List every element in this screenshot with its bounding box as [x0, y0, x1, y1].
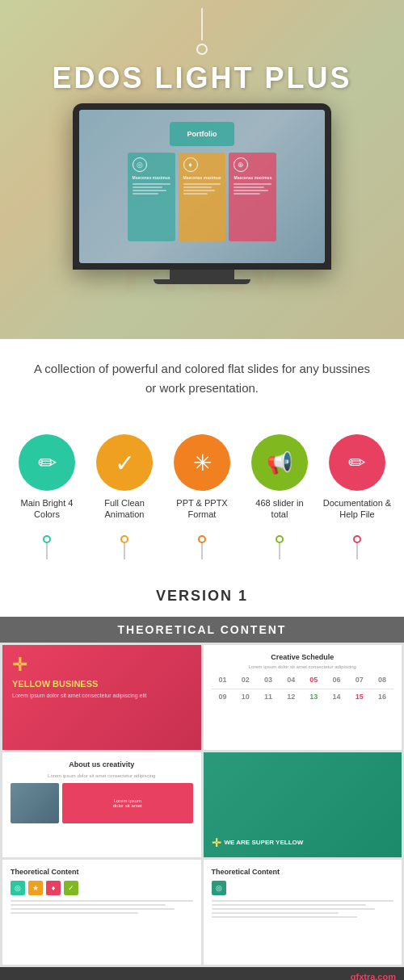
slide5-title: Theoretical Content — [11, 868, 193, 876]
dot-4 — [276, 535, 284, 543]
monitor-stand — [170, 270, 234, 279]
slide4-badge: ✛ WE ARE SUPER YELLOW — [212, 836, 394, 849]
feature-label-4: 468 slider intotal — [255, 497, 303, 521]
feature-item-5: ✏ Documentation &Help File — [321, 434, 393, 521]
timeline-dot-5 — [353, 535, 361, 559]
dot-2 — [120, 535, 128, 543]
hero-line — [201, 8, 203, 40]
slide3-box: Lorem ipsumdolor sit amet — [62, 783, 193, 823]
slide2-subtitle: Lorem ipsum dolor sit amet consectetur a… — [212, 664, 394, 669]
pcard-text-1: Maecenas maximus — [133, 175, 170, 180]
pcard-text-3: Maecenas maximus — [234, 175, 271, 180]
feature-item-4: 📢 468 slider intotal — [243, 434, 316, 521]
slide-theoretical-2: Theoretical Content ◎ — [204, 860, 402, 965]
monitor-mockup: Portfolio ◎ Maecenas maximus — [73, 103, 331, 284]
pcard-icon-3: ⊕ — [234, 157, 248, 172]
hero-circle-decoration — [196, 44, 208, 55]
dot-line-4 — [279, 543, 280, 559]
slide5-icons: ◎ ★ ♦ ✓ — [11, 881, 193, 895]
pcard-2: ♦ Maecenas maximus — [179, 153, 226, 241]
pcard-lines-1 — [133, 183, 170, 196]
description-text: A collection of powerful and colored fla… — [32, 359, 372, 398]
brand-prefix: gfxtra — [351, 972, 376, 980]
feature-circle-1: ✏ — [19, 434, 75, 491]
feature-circle-3: ✳ — [174, 434, 230, 491]
schedule-divider — [212, 689, 394, 689]
monitor-base — [154, 279, 250, 284]
slide4-text: WE ARE SUPER YELLOW — [225, 839, 304, 846]
slide-yellow-business: ✛ YELLOW BUSINESS Lorem ipsum dolor sit … — [2, 645, 201, 750]
footer-brand: gfxtra.com — [351, 972, 396, 980]
pcard-3: ⊕ Maecenas maximus — [229, 153, 276, 241]
feature-icon-2: ✓ — [115, 449, 135, 477]
pcard-icon-1: ◎ — [133, 157, 147, 172]
feature-item-2: ✓ Full CleanAnimation — [88, 434, 161, 521]
slide4-cross-icon: ✛ — [212, 836, 221, 849]
slide3-subtitle: Lorem ipsum dolor sit amet consectetur a… — [11, 773, 193, 778]
timeline-dot-1 — [43, 535, 51, 559]
slide6-line-4 — [212, 912, 339, 914]
slide3-image — [11, 783, 59, 823]
schedule-row1: 01 02 03 04 05 06 07 08 — [212, 676, 394, 684]
slide6-line-1 — [212, 900, 394, 902]
feature-circle-2: ✓ — [96, 434, 153, 491]
feature-circle-4: 📢 — [251, 434, 308, 491]
dot-line-5 — [356, 543, 358, 559]
slide5-lines — [11, 900, 193, 914]
footer-bar: gfxtra.com — [0, 967, 404, 980]
timeline-dot-2 — [120, 535, 128, 559]
slide3-title: About us creativity — [11, 760, 193, 769]
hero-title: EDOS LIGHT PLUS — [52, 61, 351, 95]
slide6-line-3 — [212, 908, 376, 910]
slide5-line-3 — [11, 908, 175, 910]
dot-line-3 — [201, 543, 203, 559]
slide5-line-2 — [11, 904, 166, 906]
slide-super-yellow: ✛ WE ARE SUPER YELLOW — [204, 752, 402, 857]
slide5-icon-2: ★ — [28, 881, 43, 895]
portfolio-header: Portfolio — [170, 122, 234, 146]
slide-creative-schedule: Creative Schedule Lorem ipsum dolor sit … — [204, 645, 402, 750]
dot-5 — [353, 535, 361, 543]
pcard-lines-3 — [234, 183, 271, 196]
slide-theoretical-1: Theoretical Content ◎ ★ ♦ ✓ — [2, 860, 201, 965]
slide5-icon-1: ◎ — [11, 881, 25, 895]
feature-icon-4: 📢 — [267, 450, 292, 475]
timeline-section — [0, 529, 404, 576]
slide5-line-4 — [11, 912, 138, 914]
pcard-1: ◎ Maecenas maximus — [128, 153, 175, 241]
slide-grid: ✛ YELLOW BUSINESS Lorem ipsum dolor sit … — [0, 643, 404, 967]
slide6-icon: ◎ — [212, 881, 226, 895]
dot-line-2 — [124, 543, 125, 559]
slide5-icon-4: ✓ — [64, 881, 78, 895]
slide3-content: Lorem ipsumdolor sit amet — [11, 783, 193, 823]
version-title: VERSION 1 — [156, 588, 248, 604]
features-section: ✏ Main Bright 4Colors ✓ Full CleanAnimat… — [0, 418, 404, 529]
slide6-title: Theoretical Content — [212, 868, 394, 876]
feature-item-3: ✳ PPT & PPTXFormat — [166, 434, 238, 521]
theoretical-header: THEORETICAL CONTENT — [0, 617, 404, 643]
slide6-line-2 — [212, 904, 367, 906]
slide5-icon-3: ♦ — [46, 881, 61, 895]
description-section: A collection of powerful and colored fla… — [0, 339, 404, 418]
pcard-text-2: Maecenas maximus — [183, 175, 221, 180]
dot-1 — [43, 535, 51, 543]
feature-icon-5: ✏ — [348, 450, 366, 475]
feature-label-2: Full CleanAnimation — [104, 497, 145, 521]
monitor-body: Portfolio ◎ Maecenas maximus — [73, 103, 331, 270]
portfolio-cards: ◎ Maecenas maximus ♦ Maecenas maxi — [116, 153, 289, 241]
monitor-screen: Portfolio ◎ Maecenas maximus — [79, 110, 325, 263]
slide3-box-text: Lorem ipsumdolor sit amet — [110, 795, 145, 811]
feature-circle-5: ✏ — [329, 434, 385, 491]
slide2-title: Creative Schedule — [212, 653, 394, 661]
feature-label-1: Main Bright 4Colors — [21, 497, 74, 521]
feature-label-5: Documentation &Help File — [323, 497, 391, 521]
feature-icon-1: ✏ — [38, 450, 57, 476]
slide-about-us: About us creativity Lorem ipsum dolor si… — [2, 752, 201, 857]
dot-3 — [198, 535, 206, 543]
brand-domain: .com — [375, 972, 396, 980]
slide6-line-5 — [212, 916, 357, 918]
dot-line-1 — [46, 543, 48, 559]
slide1-text: Lorem ipsum dolor sit amet consectetur a… — [12, 692, 191, 700]
yellow-cross-icon: ✛ — [12, 655, 191, 676]
pcard-icon-2: ♦ — [183, 157, 198, 172]
